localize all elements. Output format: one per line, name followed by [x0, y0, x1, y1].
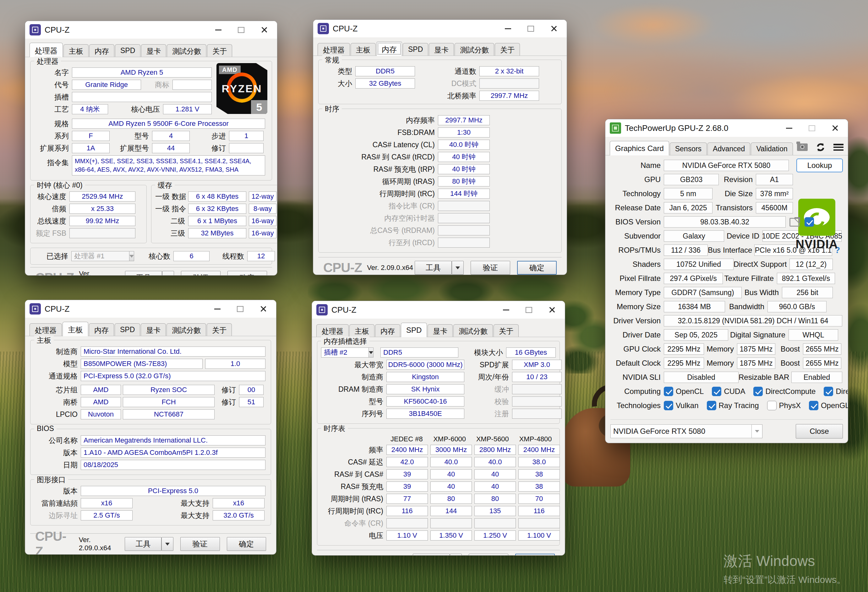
validate-button[interactable]: 验证 — [471, 261, 510, 275]
tab-about[interactable]: 关于 — [207, 323, 232, 336]
tab-validation[interactable]: Validation — [751, 143, 793, 155]
tab-bench[interactable]: 測試分數 — [167, 44, 207, 57]
tab-spd[interactable]: SPD — [403, 43, 428, 56]
opengl-checkbox[interactable] — [809, 401, 818, 410]
tab-about[interactable]: 关于 — [493, 324, 519, 337]
gpu-selector-dropdown[interactable] — [752, 424, 762, 438]
validate-button[interactable]: 验证 — [469, 554, 508, 555]
maximize-icon[interactable] — [527, 26, 534, 32]
opencl-checkbox[interactable] — [664, 387, 673, 396]
directml-checkbox[interactable] — [824, 387, 833, 396]
tools-button[interactable]: 工具 — [125, 271, 162, 275]
l3-value: 32 MBytes — [188, 228, 246, 238]
tab-cpu[interactable]: 处理器 — [30, 323, 62, 336]
tab-about[interactable]: 关于 — [495, 43, 520, 56]
tab-cpu[interactable]: 处理器 — [30, 43, 63, 57]
processor-select[interactable]: 处理器 #1 — [71, 251, 130, 261]
titlebar[interactable]: CPU-Z — [25, 300, 276, 318]
tools-button[interactable]: 工具 — [415, 261, 452, 275]
tab-bench[interactable]: 測試分數 — [455, 43, 494, 56]
minimize-icon[interactable] — [214, 309, 220, 309]
field-label: 循环周期 (tRAS) — [322, 177, 438, 187]
tools-button[interactable]: 工具 — [413, 554, 450, 555]
maximize-icon[interactable] — [809, 125, 815, 131]
tab-sensors[interactable]: Sensors — [670, 143, 707, 155]
tools-dropdown[interactable] — [162, 271, 174, 275]
field-label: 行至列 (tRCD) — [322, 238, 438, 247]
tab-bench[interactable]: 測試分數 — [453, 324, 493, 337]
tab-graphics[interactable]: 显卡 — [429, 43, 454, 56]
gpu-revision-value: A1 — [756, 174, 793, 185]
tab-mainboard[interactable]: 主板 — [351, 43, 376, 56]
tab-mainboard[interactable]: 主板 — [349, 324, 375, 337]
processor-select-dropdown[interactable] — [130, 251, 134, 261]
menu-icon[interactable] — [833, 144, 843, 151]
window-title: CPU-Z — [44, 25, 69, 35]
tools-button[interactable]: 工具 — [125, 537, 161, 551]
tab-memory[interactable]: 内存 — [89, 323, 114, 336]
maximize-icon[interactable] — [238, 27, 244, 33]
tab-graphics[interactable]: 显卡 — [428, 324, 453, 337]
field-label: Revision — [719, 175, 756, 184]
maximize-icon[interactable] — [237, 306, 244, 312]
tab-memory[interactable]: 内存 — [89, 44, 114, 57]
slot-select[interactable]: 插槽 #2 — [321, 348, 369, 358]
tab-cpu[interactable]: 处理器 — [316, 324, 349, 337]
cuda-checkbox[interactable] — [712, 387, 721, 396]
ok-button[interactable]: 确定 — [227, 537, 266, 551]
field-label: Memory — [704, 345, 737, 353]
titlebar[interactable]: CPU-Z — [313, 20, 567, 37]
raytracing-checkbox[interactable] — [707, 401, 716, 410]
close-icon[interactable] — [551, 25, 557, 32]
export-bios-icon[interactable] — [789, 216, 801, 227]
ok-button[interactable]: 确定 — [227, 271, 267, 275]
tab-memory[interactable]: 内存 — [375, 324, 400, 337]
vulkan-checkbox[interactable] — [664, 401, 673, 410]
maximize-icon[interactable] — [526, 307, 532, 313]
uefi-checkbox[interactable] — [805, 217, 814, 227]
tab-advanced[interactable]: Advanced — [707, 143, 750, 155]
tab-about[interactable]: 关于 — [207, 44, 232, 57]
validate-button[interactable]: 验证 — [181, 271, 220, 275]
close-icon[interactable] — [260, 305, 267, 312]
lookup-button[interactable]: Lookup — [796, 159, 843, 172]
screenshot-icon[interactable] — [797, 143, 808, 151]
tab-mainboard[interactable]: 主板 — [62, 322, 88, 336]
close-icon[interactable] — [549, 306, 555, 313]
minimize-icon[interactable] — [503, 309, 509, 311]
tab-memory[interactable]: 内存 — [376, 41, 402, 56]
minimize-icon[interactable] — [505, 28, 511, 29]
tab-cpu[interactable]: 处理器 — [317, 43, 350, 56]
physx-checkbox[interactable] — [767, 401, 776, 410]
titlebar[interactable]: TechPowerUp GPU-Z 2.68.0 — [605, 119, 848, 137]
directcompute-checkbox[interactable] — [753, 387, 763, 396]
validate-button[interactable]: 验证 — [180, 537, 220, 551]
minimize-icon[interactable] — [215, 29, 221, 31]
tab-graphics[interactable]: 显卡 — [141, 44, 166, 57]
tab-mainboard[interactable]: 主板 — [63, 44, 89, 57]
tab-spd[interactable]: SPD — [115, 44, 140, 57]
close-icon[interactable] — [261, 27, 268, 33]
gpu-selector[interactable]: NVIDIA GeForce RTX 5080 — [610, 424, 752, 438]
field-label: 规格 — [34, 119, 72, 129]
tools-dropdown[interactable] — [450, 554, 462, 555]
tab-graphics-card[interactable]: Graphics Card — [610, 141, 669, 155]
tab-spd[interactable]: SPD — [115, 323, 140, 336]
tab-graphics[interactable]: 显卡 — [141, 323, 166, 336]
refresh-icon[interactable] — [816, 143, 825, 152]
close-icon[interactable] — [831, 125, 838, 131]
titlebar[interactable]: CPU-Z — [312, 301, 565, 319]
tab-spd[interactable]: SPD — [401, 323, 427, 337]
ok-button[interactable]: 确定 — [517, 261, 557, 275]
trc-value: 144 时钟 — [438, 188, 490, 199]
tab-bench[interactable]: 測試分數 — [167, 323, 206, 336]
max-bandwidth-value: DDR5-6000 (3000 MHz) — [387, 360, 464, 370]
ok-button[interactable]: 确定 — [515, 554, 555, 555]
minimize-icon[interactable] — [786, 128, 792, 129]
tools-dropdown[interactable] — [452, 261, 464, 275]
gpuz-close-button[interactable]: Close — [796, 424, 843, 439]
titlebar[interactable]: CPU-Z — [25, 21, 277, 38]
tools-dropdown[interactable] — [161, 537, 173, 551]
field-label: DirectX Support — [734, 260, 790, 269]
slot-select-dropdown[interactable] — [369, 348, 373, 358]
